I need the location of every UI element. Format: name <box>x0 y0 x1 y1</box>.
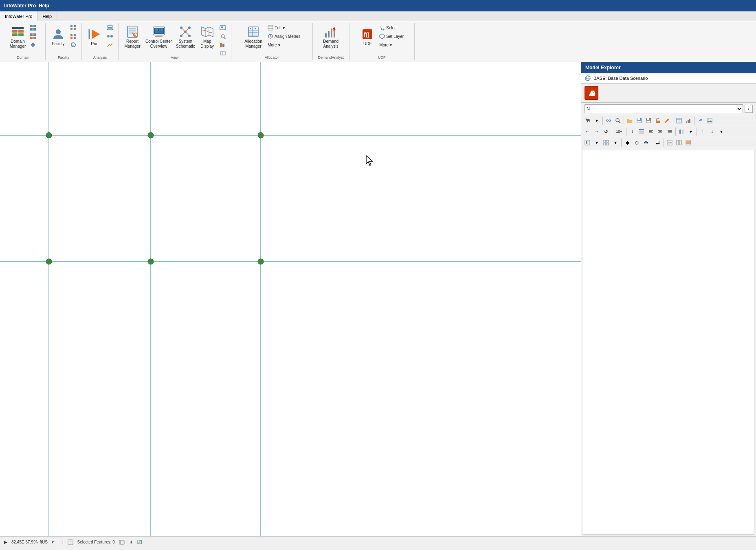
me-table-rows[interactable] <box>637 127 646 136</box>
me-swap[interactable]: ⇄ <box>653 138 662 147</box>
svg-point-103 <box>616 119 619 122</box>
me-table-tool[interactable] <box>675 116 683 125</box>
svg-rect-109 <box>647 118 649 120</box>
set-layer-button[interactable]: Set Layer <box>378 32 405 40</box>
me-sort-desc[interactable]: ↓ <box>708 127 716 136</box>
svg-line-49 <box>185 28 189 32</box>
ribbon-content: DomainManager Domain <box>0 21 756 62</box>
map-display-button[interactable]: MapDisplay <box>198 24 217 51</box>
demand-analysis-button[interactable]: ! DemandAnalysis <box>321 24 340 51</box>
fac-sub3[interactable]: + <box>68 41 78 49</box>
me-toolbar1: ▾ <box>581 115 756 126</box>
me-align-center[interactable] <box>656 127 665 136</box>
me-image-tool[interactable] <box>705 116 714 125</box>
me-select-dropdown[interactable]: ▾ <box>592 116 601 125</box>
me-col-dropdown[interactable]: ▾ <box>686 127 695 136</box>
report-manager-button[interactable]: ReportManager <box>122 24 143 51</box>
allocator-label: Allocator <box>231 55 312 59</box>
analysis-sub2[interactable] <box>105 32 115 40</box>
me-unlock[interactable] <box>653 116 662 125</box>
run-button[interactable]: Run <box>86 24 104 51</box>
svg-rect-138 <box>604 143 606 145</box>
sep1 <box>602 117 603 125</box>
svg-rect-39 <box>155 29 158 31</box>
allocation-manager-button[interactable]: AllocationManager <box>242 24 265 51</box>
me-view-dropdown[interactable] <box>583 138 592 147</box>
me-back[interactable]: ← <box>583 127 592 136</box>
view-sub3[interactable] <box>218 41 228 49</box>
facility-button[interactable]: Facility <box>49 24 68 51</box>
scenario-row: BASE, Base Data Scenario <box>581 73 756 84</box>
me-group3[interactable] <box>684 138 693 147</box>
svg-line-58 <box>224 37 226 39</box>
svg-point-29 <box>110 35 113 37</box>
me-link-tool[interactable] <box>604 116 613 125</box>
view-sub2[interactable] <box>218 32 228 40</box>
tab-help[interactable]: Help <box>37 11 57 21</box>
me-save1[interactable] <box>635 116 644 125</box>
more-allocator-button[interactable]: More ▾ <box>266 41 302 49</box>
me-group2[interactable] <box>675 138 683 147</box>
edit-button[interactable]: Edit ▾ <box>266 24 302 32</box>
fac-sub2[interactable] <box>68 32 78 40</box>
me-align-right[interactable] <box>665 127 674 136</box>
view-sub1[interactable] <box>218 24 228 32</box>
me-grid-view[interactable] <box>602 138 611 147</box>
svg-rect-11 <box>30 37 33 39</box>
status-refresh[interactable]: 🔄 <box>137 540 142 544</box>
svg-rect-139 <box>607 143 609 145</box>
me-view-dd2[interactable]: ▾ <box>592 138 601 147</box>
me-select-all[interactable]: ◆ <box>623 138 632 147</box>
me-select-tool[interactable] <box>583 116 592 125</box>
coord-dropdown[interactable]: ▾ <box>52 540 54 544</box>
assign-meters-button[interactable]: Assign Meters <box>266 32 302 40</box>
me-deselect[interactable]: ◇ <box>632 138 641 147</box>
active-tool-button[interactable] <box>585 86 598 100</box>
help-menu[interactable]: Help <box>39 3 49 9</box>
svg-rect-135 <box>586 141 587 144</box>
me-10plus[interactable]: 10+ <box>613 127 625 136</box>
system-schematic-button[interactable]: SystemSchematic <box>174 24 197 51</box>
svg-rect-106 <box>637 118 640 120</box>
domain-manager-button[interactable]: DomainManager <box>8 24 27 51</box>
control-center-icon <box>152 25 165 38</box>
me-link-chain[interactable] <box>696 116 705 125</box>
me-refresh[interactable]: ↺ <box>602 127 611 136</box>
me-edit-pen[interactable] <box>663 116 672 125</box>
me-group1[interactable] <box>665 138 674 147</box>
udf-label: UDF <box>363 42 372 46</box>
me-sort-dropdown[interactable]: ▾ <box>717 127 726 136</box>
svg-rect-144 <box>686 141 691 144</box>
select-button[interactable]: Select <box>378 24 405 32</box>
me-save2[interactable] <box>644 116 653 125</box>
me-dropdown[interactable]: N All Nodes Links <box>585 104 743 113</box>
me-vert[interactable]: ↕ <box>628 127 637 136</box>
svg-rect-107 <box>637 121 641 123</box>
svg-marker-52 <box>202 27 213 37</box>
analysis-sub1[interactable] <box>105 24 115 32</box>
control-center-button[interactable]: Control CenterOverview <box>144 24 174 51</box>
more-udf-button[interactable]: More ▾ <box>378 41 405 49</box>
allocator-buttons: AllocationManager Edit ▾ Assign Meters M… <box>242 24 302 60</box>
fac-sub1[interactable] <box>68 24 78 32</box>
me-vert2[interactable] <box>677 127 686 136</box>
status-pause[interactable]: ⏸ <box>129 540 133 544</box>
me-forward[interactable]: → <box>592 127 601 136</box>
udf-button[interactable]: f() UDF <box>358 24 377 51</box>
svg-rect-4 <box>18 33 24 36</box>
tab-infowater[interactable]: InfoWater Pro <box>0 11 37 21</box>
me-align-left[interactable] <box>646 127 655 136</box>
map-area[interactable] <box>0 62 581 536</box>
demand-buttons: ! DemandAnalysis <box>321 24 340 59</box>
domain-sub1-btn[interactable] <box>28 24 38 32</box>
me-grid-dd[interactable]: ▾ <box>611 138 620 147</box>
me-zoom-tool[interactable] <box>613 116 622 125</box>
me-chart-tool[interactable] <box>684 116 693 125</box>
me-collapse-btn[interactable]: ‹ <box>745 105 753 113</box>
me-open-folder[interactable] <box>625 116 634 125</box>
domain-sub2-btn[interactable] <box>28 32 38 40</box>
me-invert[interactable]: ⊕ <box>642 138 651 147</box>
analysis-sub3[interactable] <box>105 41 115 49</box>
domain-sub3-btn[interactable] <box>28 41 38 49</box>
me-sort-asc[interactable]: ↑ <box>698 127 707 136</box>
